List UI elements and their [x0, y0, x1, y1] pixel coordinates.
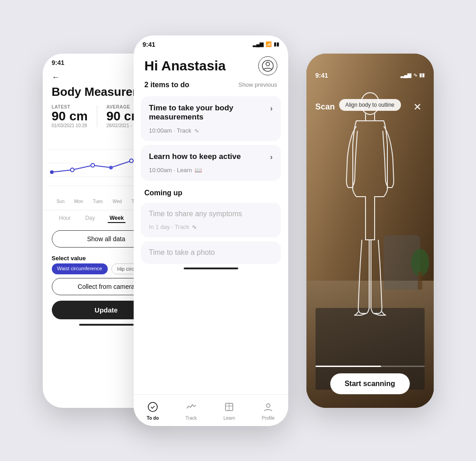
center-signal: ▂▄▆ 📶 ▮▮ [253, 41, 279, 47]
nav-profile-label: Profile [262, 416, 275, 421]
nav-learn-label: Learn [223, 416, 235, 421]
todo-count: 2 items to do [145, 81, 190, 89]
upcoming-card-2[interactable]: Time to take a photo [141, 241, 281, 264]
center-status-bar: 9:41 ▂▄▆ 📶 ▮▮ [134, 35, 288, 51]
nav-track[interactable]: Track [185, 402, 197, 421]
home-indicator-left [79, 324, 134, 326]
svg-rect-21 [418, 272, 422, 290]
right-signal: ▂▄▆ ∿ ▮▮ [401, 72, 425, 78]
left-time: 9:41 [52, 59, 65, 66]
card-2-title: Learn how to keep active [149, 152, 271, 161]
track-nav-icon [186, 402, 196, 414]
card-1-title: Time to take your body measurements [149, 104, 271, 122]
right-phone: 9:41 ▂▄▆ ∿ ▮▮ Scan ✕ Align body to outli… [306, 54, 434, 408]
chip-waist[interactable]: Waist circumference [52, 263, 108, 274]
show-previous-button[interactable]: Show previous [238, 81, 277, 88]
nav-learn[interactable]: Learn [223, 402, 235, 421]
tab-week[interactable]: Week [108, 214, 125, 223]
align-hint: Align body to outline [339, 99, 401, 111]
svg-point-8 [130, 159, 133, 163]
wifi-icon: 📶 [266, 41, 272, 47]
latest-label: LATEST [52, 104, 88, 109]
svg-point-7 [109, 166, 113, 169]
nav-todo-label: To do [147, 416, 159, 421]
nav-track-label: Track [185, 416, 197, 421]
center-phone: 9:41 ▂▄▆ 📶 ▮▮ Hi Anastasia 2 items to do… [134, 35, 288, 426]
nav-todo[interactable]: To do [147, 402, 159, 421]
todo-icon [148, 402, 158, 414]
right-signal-icon: ▂▄▆ [401, 72, 411, 78]
start-scanning-button[interactable]: Start scanning [330, 373, 410, 394]
coming-up-label: Coming up [134, 184, 288, 199]
card-2-title-row: Learn how to keep active › [149, 152, 273, 161]
profile-nav-icon [263, 402, 273, 414]
body-silhouette-svg [329, 90, 411, 317]
right-time: 9:41 [316, 72, 328, 79]
bottom-nav: To do Track Learn [134, 394, 288, 426]
right-battery-icon: ▮▮ [419, 72, 425, 78]
nav-profile[interactable]: Profile [262, 402, 275, 421]
scan-progress-fill [316, 366, 381, 367]
stat-divider [97, 105, 97, 128]
card-2-subtitle: 10:00am · Learn 📖 [149, 167, 273, 173]
todo-header: 2 items to do Show previous [134, 77, 288, 93]
card-2-time: 10:00am · Learn [149, 167, 192, 173]
greeting-row: Hi Anastasia [134, 51, 288, 77]
svg-point-5 [70, 168, 74, 172]
center-time: 9:41 [143, 41, 155, 48]
card-1-title-row: Time to take your body measurements › [149, 104, 273, 122]
track-icon-1: ∿ [194, 127, 199, 134]
svg-point-6 [91, 164, 95, 167]
todo-card-2[interactable]: Learn how to keep active › 10:00am · Lea… [141, 145, 281, 181]
latest-date: 01/03/2021 10:28 [52, 123, 88, 128]
upcoming-1-title-row: Time to share any symptoms [149, 210, 273, 218]
latest-stat: LATEST 90 cm 01/03/2021 10:28 [52, 104, 88, 129]
card-2-chevron-icon: › [270, 153, 272, 161]
close-button[interactable]: ✕ [410, 100, 425, 114]
scan-progress-bar [316, 366, 425, 367]
camera-view: 9:41 ▂▄▆ ∿ ▮▮ Scan ✕ Align body to outli… [306, 54, 434, 408]
svg-point-13 [148, 402, 157, 411]
upcoming-2-title-row: Time to take a photo [149, 248, 273, 257]
upcoming-1-time: In 1 day · Track [149, 223, 190, 230]
avatar-button[interactable] [258, 56, 277, 75]
card-1-time: 10:00am · Track [149, 127, 191, 134]
tab-hour[interactable]: Hour [57, 214, 73, 223]
learn-nav-icon [224, 402, 234, 414]
signal-bars-icon: ▂▄▆ [253, 41, 264, 47]
upcoming-2-title: Time to take a photo [149, 248, 273, 257]
right-status-bar: 9:41 ▂▄▆ ∿ ▮▮ [306, 54, 434, 82]
svg-point-12 [266, 62, 270, 66]
card-1-subtitle: 10:00am · Track ∿ [149, 127, 273, 134]
battery-icon-center: ▮▮ [274, 41, 279, 47]
right-wifi-icon: ∿ [413, 72, 417, 78]
greeting-text: Hi Anastasia [145, 58, 226, 74]
home-indicator-center [184, 268, 238, 269]
tab-day[interactable]: Day [84, 214, 97, 223]
upcoming-1-subtitle: In 1 day · Track ∿ [149, 223, 273, 230]
svg-point-4 [50, 170, 54, 174]
latest-value: 90 cm [52, 109, 88, 124]
todo-card-1[interactable]: Time to take your body measurements › 10… [141, 96, 281, 141]
card-1-chevron-icon: › [270, 104, 272, 113]
upcoming-card-1[interactable]: Time to share any symptoms In 1 day · Tr… [141, 203, 281, 238]
track-icon-upcoming: ∿ [192, 223, 197, 230]
svg-point-15 [266, 404, 270, 407]
learn-icon-2: 📖 [195, 167, 202, 173]
upcoming-1-title: Time to share any symptoms [149, 210, 273, 218]
